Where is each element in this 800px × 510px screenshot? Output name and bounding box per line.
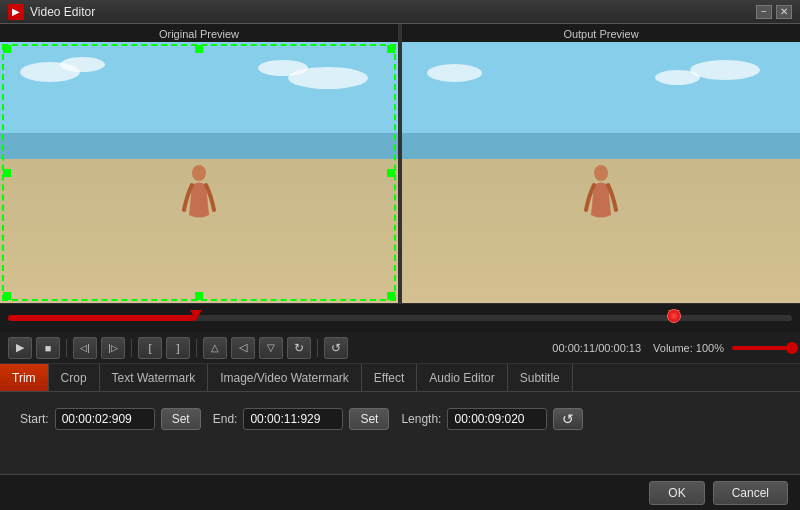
original-preview-video bbox=[0, 42, 398, 303]
tab-bar: Trim Crop Text Watermark Image/Video Wat… bbox=[0, 364, 800, 392]
crop-corner-tr bbox=[387, 45, 395, 53]
main-content: Original Preview bbox=[0, 24, 800, 510]
length-field-group: Length: ↺ bbox=[401, 408, 583, 430]
cloud-4 bbox=[258, 60, 308, 76]
original-preview-panel: Original Preview bbox=[0, 24, 398, 303]
play-button[interactable]: ▶ bbox=[8, 337, 32, 359]
mark-in-button[interactable]: [ bbox=[138, 337, 162, 359]
title-bar: ▶ Video Editor − ✕ bbox=[0, 0, 800, 24]
svg-point-0 bbox=[192, 165, 206, 181]
tab-audio-editor[interactable]: Audio Editor bbox=[417, 364, 507, 391]
timeline-marker-left bbox=[190, 310, 202, 320]
stop-button[interactable]: ■ bbox=[36, 337, 60, 359]
prev-button[interactable]: ◁ bbox=[231, 337, 255, 359]
window-controls: − ✕ bbox=[756, 5, 792, 19]
output-preview-video bbox=[402, 42, 800, 303]
ok-button[interactable]: OK bbox=[649, 481, 704, 505]
crop-corner-ml bbox=[3, 169, 11, 177]
volume-track[interactable] bbox=[732, 346, 792, 350]
output-preview-label: Output Preview bbox=[402, 24, 800, 42]
length-label: Length: bbox=[401, 412, 441, 426]
ctrl-sep-3 bbox=[196, 339, 197, 357]
ctrl-sep-1 bbox=[66, 339, 67, 357]
volume-thumb[interactable] bbox=[786, 342, 798, 354]
end-label: End: bbox=[213, 412, 238, 426]
tab-subtitle[interactable]: Subtitle bbox=[508, 364, 573, 391]
flip-v-button[interactable]: ▽ bbox=[259, 337, 283, 359]
flip-h-button[interactable]: △ bbox=[203, 337, 227, 359]
volume-label: Volume: 100% bbox=[653, 342, 724, 354]
beach-figure-left bbox=[179, 165, 219, 225]
window-title: Video Editor bbox=[30, 5, 756, 19]
tab-trim[interactable]: Trim bbox=[0, 364, 49, 391]
start-field-group: Start: Set bbox=[20, 408, 201, 430]
time-display: 00:00:11/00:00:13 bbox=[552, 342, 641, 354]
start-label: Start: bbox=[20, 412, 49, 426]
cancel-button[interactable]: Cancel bbox=[713, 481, 788, 505]
timeline-track[interactable] bbox=[8, 315, 792, 321]
prev-frame-button[interactable]: ◁| bbox=[73, 337, 97, 359]
close-button[interactable]: ✕ bbox=[776, 5, 792, 19]
preview-area: Original Preview bbox=[0, 24, 800, 304]
volume-fill bbox=[732, 346, 792, 350]
rotate-button[interactable]: ↻ bbox=[287, 337, 311, 359]
cloud-5 bbox=[427, 64, 482, 82]
start-set-button[interactable]: Set bbox=[161, 408, 201, 430]
ctrl-sep-2 bbox=[131, 339, 132, 357]
cloud-2 bbox=[60, 57, 105, 72]
minimize-button[interactable]: − bbox=[756, 5, 772, 19]
next-frame-button[interactable]: |▷ bbox=[101, 337, 125, 359]
end-input[interactable] bbox=[243, 408, 343, 430]
tab-effect[interactable]: Effect bbox=[362, 364, 417, 391]
tab-image-video-watermark[interactable]: Image/Video Watermark bbox=[208, 364, 362, 391]
trim-controls-row: Start: Set End: Set Length: ↺ bbox=[20, 408, 780, 430]
original-preview-label: Original Preview bbox=[0, 24, 398, 42]
tab-text-watermark[interactable]: Text Watermark bbox=[100, 364, 209, 391]
crop-corner-tl bbox=[3, 45, 11, 53]
controls-bar: ▶ ■ ◁| |▷ [ ] △ ◁ ▽ ↻ ↺ 00:00:11/00:00:1… bbox=[0, 332, 800, 364]
start-input[interactable] bbox=[55, 408, 155, 430]
crop-corner-tm bbox=[195, 45, 203, 53]
svg-point-1 bbox=[594, 165, 608, 181]
app-icon: ▶ bbox=[8, 4, 24, 20]
crop-corner-mr bbox=[387, 169, 395, 177]
beach-figure-right bbox=[581, 165, 621, 225]
cloud-6 bbox=[690, 60, 760, 80]
tab-crop[interactable]: Crop bbox=[49, 364, 100, 391]
output-preview-panel: Output Preview bbox=[402, 24, 800, 303]
mark-out-button[interactable]: ] bbox=[166, 337, 190, 359]
timeline-progress bbox=[8, 315, 196, 321]
tab-content: Start: Set End: Set Length: ↺ bbox=[0, 392, 800, 474]
cloud-7 bbox=[655, 70, 700, 85]
crop-corner-bm bbox=[195, 292, 203, 300]
timeline-area[interactable] bbox=[0, 304, 800, 332]
crop-corner-bl bbox=[3, 292, 11, 300]
length-input bbox=[447, 408, 547, 430]
trim-reset-button[interactable]: ↺ bbox=[553, 408, 583, 430]
end-field-group: End: Set bbox=[213, 408, 390, 430]
crop-corner-br bbox=[387, 292, 395, 300]
undo-button[interactable]: ↺ bbox=[324, 337, 348, 359]
volume-slider[interactable] bbox=[732, 346, 792, 350]
bottom-bar: OK Cancel bbox=[0, 474, 800, 510]
timeline-thumb[interactable] bbox=[667, 309, 681, 323]
ctrl-sep-4 bbox=[317, 339, 318, 357]
end-set-button[interactable]: Set bbox=[349, 408, 389, 430]
